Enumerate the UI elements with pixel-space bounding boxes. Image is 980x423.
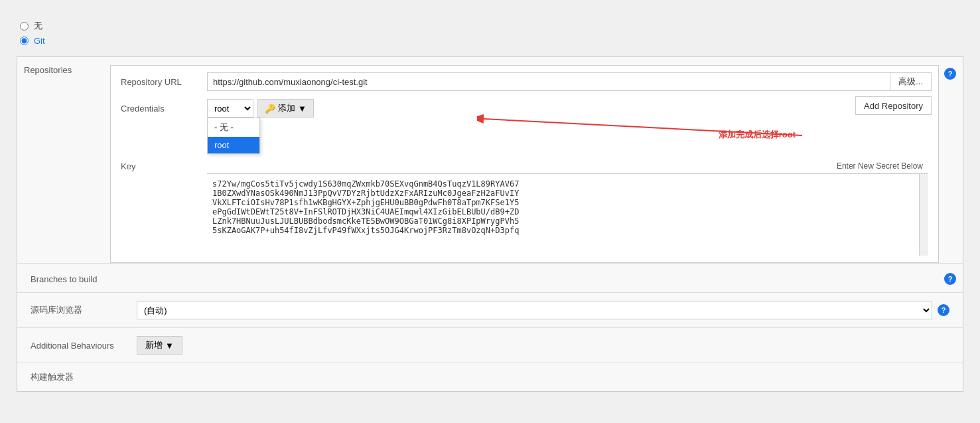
dropdown-item-root[interactable]: root [208,137,259,153]
source-browser-select[interactable]: (自动) [137,301,932,319]
branches-help-icon[interactable]: ? [944,273,956,285]
credentials-controls: root - 无 - root 🔑 添加 ▼ [207,99,314,118]
key-inner: Enter New Secret Below s72Yw/mgCos5tiTv5… [207,159,928,256]
add-repository-button[interactable]: Add Repository [855,96,932,115]
repo-url-label: Repository URL [121,77,207,87]
new-behaviour-label: 新增 [145,339,163,351]
repositories-help-icon[interactable]: ? [944,68,956,80]
radio-none[interactable] [20,22,29,31]
dropdown-item-none[interactable]: - 无 - [208,118,259,137]
add-dropdown-icon: ▼ [298,104,307,114]
right-buttons: 高级... Add Repository [855,72,932,115]
radio-row-git: Git [20,36,960,46]
annotation-arrow [477,112,809,152]
repo-url-row: Repository URL ? [121,72,928,91]
enter-secret-label: Enter New Secret Below [207,159,928,174]
textarea-scrollbar [919,174,928,256]
key-icon: 🔑 [265,104,275,114]
source-browser-label: 源码库浏览器 [31,304,137,316]
main-config: Repositories Repository URL ? Credential… [7,56,973,392]
svg-line-1 [484,119,802,135]
page-container: 无 Git Repositories Repository URL ? [0,0,980,423]
repo-url-input[interactable] [207,72,911,91]
key-section: Key Enter New Secret Below s72Yw/mgCos5t… [121,159,928,256]
credentials-select[interactable]: root [207,99,253,118]
branches-row: Branches to build ? [17,263,963,292]
key-row: Key Enter New Secret Below s72Yw/mgCos5t… [121,159,928,256]
additional-behaviours-row: Additional Behaviours 新增 ▼ [17,327,963,363]
credentials-dropdown[interactable]: - 无 - root [207,118,260,154]
branches-label: Branches to build [31,272,137,284]
radio-git[interactable] [20,37,29,45]
key-textarea[interactable]: s72Yw/mgCos5tiTv5jcwdy1S630mqZWxmkb70SEX… [207,174,928,254]
section-wrapper: Repositories Repository URL ? Credential… [17,56,963,392]
radio-git-label: Git [34,36,45,46]
add-button-label: 添加 [278,102,295,114]
bottom-label: 构建触发器 [31,372,74,382]
source-browser-row: 源码库浏览器 (自动) ? [17,292,963,327]
repositories-label: Repositories [24,65,110,75]
additional-behaviours-label: Additional Behaviours [31,341,137,351]
radio-section: 无 Git [0,13,980,56]
bottom-section: 构建触发器 [17,363,963,391]
key-textarea-wrapper: s72Yw/mgCos5tiTv5jcwdy1S630mqZWxmkb70SEX… [207,174,928,256]
key-label: Key [121,159,207,171]
repo-inner: Repository URL ? Credentials root [110,65,939,263]
new-behaviour-dropdown-icon: ▼ [165,341,174,351]
credentials-label: Credentials [121,104,207,114]
source-browser-help-icon[interactable]: ? [938,304,949,316]
radio-none-label: 无 [34,20,42,32]
radio-row-none: 无 [20,20,960,32]
advanced-button[interactable]: 高级... [890,72,932,91]
new-behaviour-button[interactable]: 新增 ▼ [137,336,182,355]
repositories-row: Repositories Repository URL ? Credential… [17,57,963,263]
add-credentials-button[interactable]: 🔑 添加 ▼ [257,99,314,118]
